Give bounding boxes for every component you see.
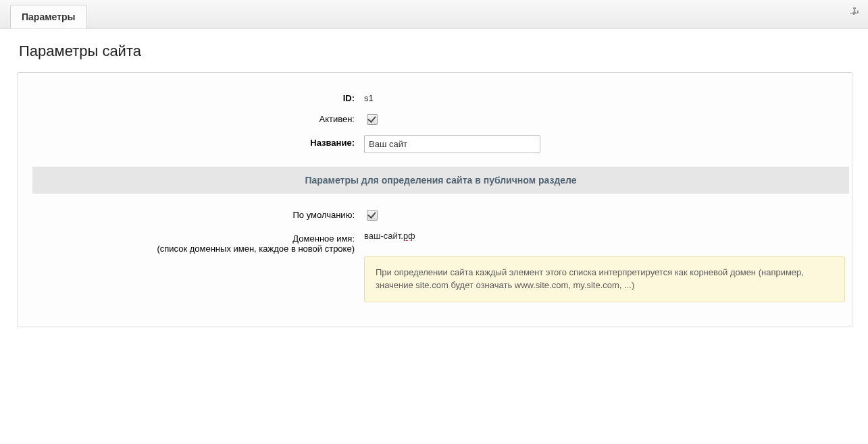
pin-icon[interactable] [849, 7, 860, 18]
label-domain-sub: (список доменных имен, каждое в новой ст… [18, 244, 355, 254]
label-default: По умолчанию: [18, 207, 361, 220]
row-name: Название: [18, 131, 852, 157]
domain-hint-box: При определении сайта каждый элемент это… [364, 256, 845, 302]
label-id: ID: [18, 90, 361, 103]
value-id: s1 [364, 90, 374, 103]
label-active: Активен: [18, 111, 361, 124]
default-checkbox[interactable] [367, 210, 378, 221]
label-domain-main: Доменное имя: [18, 233, 355, 244]
row-default: По умолчанию: [18, 203, 852, 227]
label-domain: Доменное имя: (список доменных имен, каж… [18, 231, 361, 254]
row-active: Активен: [18, 107, 852, 131]
active-checkbox[interactable] [367, 114, 378, 125]
row-domain: Доменное имя: (список доменных имен, каж… [18, 227, 852, 306]
section-heading-public: Параметры для определения сайта в публич… [32, 167, 849, 194]
settings-panel: ID: s1 Активен: Название: Параметры для … [17, 72, 852, 327]
page-title: Параметры сайта [19, 43, 868, 60]
row-id: ID: s1 [18, 86, 852, 107]
tab-parameters[interactable]: Параметры [10, 5, 87, 28]
tab-bar: Параметры [0, 0, 868, 28]
name-input[interactable] [364, 135, 540, 153]
label-name: Название: [18, 135, 361, 148]
domain-textarea[interactable]: ваш-сайт.рф [364, 231, 415, 241]
content-area: Параметры сайта ID: s1 Активен: Название… [0, 28, 868, 444]
